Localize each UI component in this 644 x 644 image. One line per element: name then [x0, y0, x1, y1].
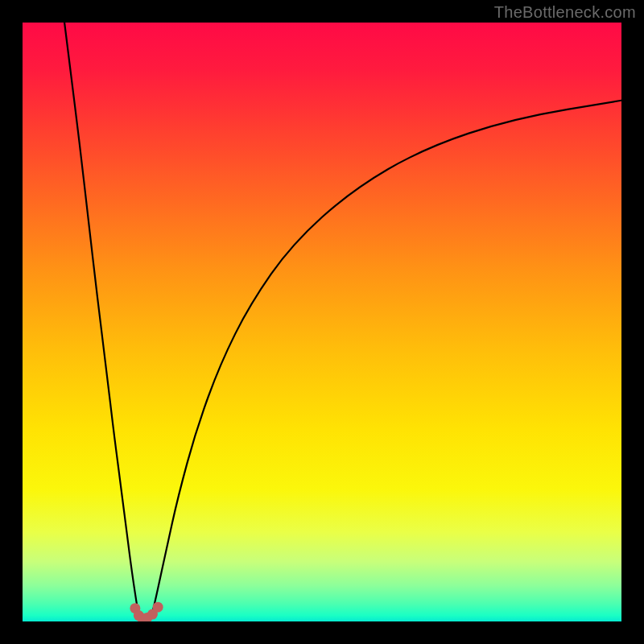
cluster-dot [153, 602, 163, 613]
plot-area [23, 23, 621, 621]
outer-frame: TheBottleneck.com [0, 0, 644, 644]
curve-layer [23, 23, 621, 621]
watermark-text: TheBottleneck.com [494, 3, 636, 22]
left-branch-curve [64, 23, 138, 613]
right-branch-curve [152, 101, 621, 613]
curve-group [64, 23, 621, 618]
bottom-dot-cluster [130, 602, 163, 621]
